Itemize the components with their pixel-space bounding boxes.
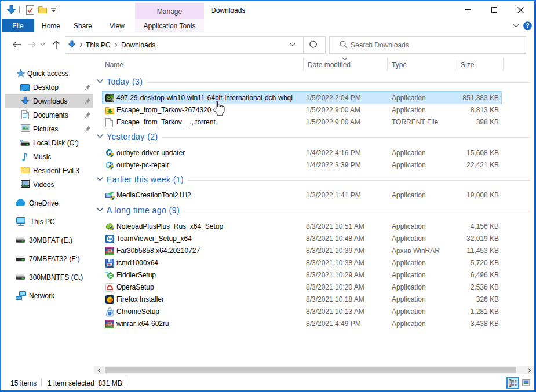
svg-text:?: ? <box>526 23 529 29</box>
svg-text:F: F <box>109 273 112 279</box>
